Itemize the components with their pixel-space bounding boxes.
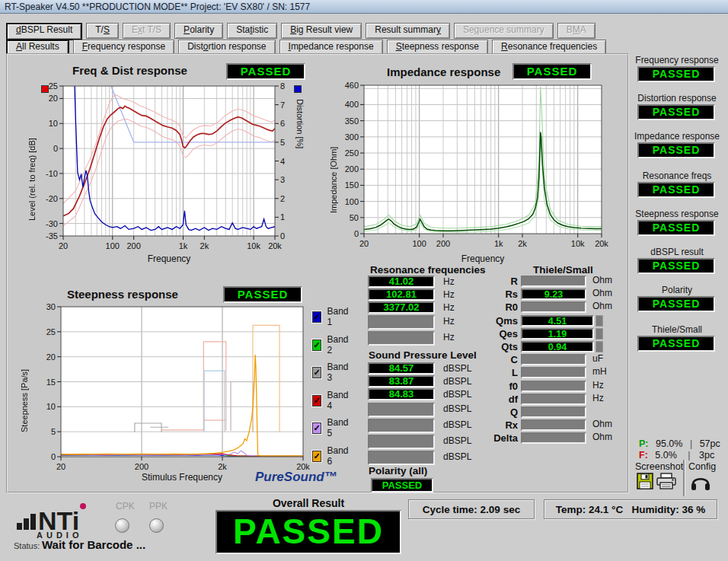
svg-text:25: 25: [46, 327, 56, 336]
ts-label-rs: Rs: [469, 288, 518, 300]
ts-label-q: Q: [469, 406, 518, 418]
distortion-axis-marker-icon: [294, 85, 302, 93]
ts-value-r0: [521, 301, 586, 313]
steepness-chart[interactable]: 302520151050202002k20k: [34, 301, 311, 476]
resonance-unit: Hz: [443, 276, 455, 287]
freq-dist-chart-title: Freq & Dist response: [72, 64, 187, 77]
config-headphones-icon[interactable]: [690, 472, 711, 492]
resonance-section-title: Resonance frequencies: [370, 264, 486, 276]
ppk-button[interactable]: [149, 518, 164, 533]
svg-text:250: 250: [345, 148, 359, 158]
svg-text:300: 300: [345, 132, 359, 142]
steepness-x-axis-label: Stimulus Frequency: [121, 472, 243, 483]
fail-stat-line: F: 5.0% | 3pc: [639, 450, 714, 461]
ts-label-delta: Delta: [469, 432, 518, 444]
tab-statistic[interactable]: Statistic: [227, 23, 277, 39]
tab-bma: BMA: [557, 23, 595, 39]
sidebar-badge-thiele-small: PASSED: [637, 336, 715, 352]
freq-dist-x-axis-label: Frequency: [123, 253, 215, 264]
svg-text:400: 400: [345, 100, 359, 109]
ts-value-rx: [521, 419, 586, 431]
band-checkbox-icon[interactable]: ✓: [312, 311, 321, 323]
svg-text:4: 4: [280, 157, 285, 166]
band-checkbox-icon[interactable]: ✓: [312, 339, 321, 351]
overall-result-badge: PASSED: [216, 510, 401, 554]
ts-unit-f0: Hz: [592, 380, 604, 390]
svg-text:2k: 2k: [218, 462, 227, 471]
tab-t-s[interactable]: T/S: [86, 23, 119, 39]
svg-text:0: 0: [280, 231, 285, 241]
svg-text:10k: 10k: [247, 241, 260, 250]
svg-text:1: 1: [280, 212, 285, 222]
ts-value-rs: 9.23: [521, 288, 586, 300]
svg-text:100: 100: [106, 241, 120, 250]
band-checkbox-icon[interactable]: ✓: [312, 451, 321, 462]
tab-dbspl-result[interactable]: dBSPL Result: [6, 23, 82, 40]
tab-result-summary[interactable]: Result summary: [366, 23, 450, 39]
resonance-value-3: 3377.02: [368, 301, 435, 314]
band-label: Band 1: [327, 306, 350, 327]
svg-text:3: 3: [280, 175, 285, 184]
sidebar-badge-distortion-response: PASSED: [637, 104, 715, 120]
spl-value-5: [368, 419, 435, 433]
tab-big-result-view[interactable]: Big Result view: [281, 23, 362, 39]
nti-logo-dot: [80, 503, 86, 509]
pass-stat-line: P: 95.0% | 57pc: [639, 438, 720, 449]
spl-value-1: 84.57: [368, 362, 435, 375]
nti-logo-bar: [30, 514, 36, 530]
spl-unit: dBSPL: [443, 435, 471, 446]
spl-value-2: 83.87: [368, 375, 435, 387]
svg-text:100: 100: [413, 239, 426, 248]
window-title-bar[interactable]: RT-Speaker V4.50 **PRODUCTION MODE** Pro…: [0, 0, 728, 14]
svg-text:20: 20: [359, 239, 369, 248]
band-checkbox-icon[interactable]: ✓: [312, 422, 321, 434]
svg-text:-30: -30: [46, 219, 58, 228]
svg-text:0: 0: [354, 229, 359, 238]
band-checkbox-icon[interactable]: ✓: [312, 395, 321, 406]
ts-unit-strip: [595, 328, 603, 339]
impedance-chart[interactable]: 460400350300250200150100500201002001k2k1…: [344, 80, 611, 257]
svg-text:20: 20: [56, 462, 65, 471]
ts-value-df: [521, 394, 586, 405]
humidity-label: Humidity:: [631, 504, 679, 515]
tab-ext-t-s: Ext T/S: [123, 23, 171, 39]
resonance-unit: Hz: [443, 332, 455, 343]
band-label: Band 4: [327, 390, 350, 411]
print-screenshot-icon[interactable]: [656, 473, 677, 490]
ts-unit-strip: [595, 341, 603, 352]
save-screenshot-icon[interactable]: [637, 473, 653, 489]
spl-value-3: 84.83: [368, 388, 435, 400]
band-label: Band 3: [327, 362, 350, 383]
svg-text:200: 200: [126, 241, 140, 250]
svg-text:10: 10: [46, 402, 56, 411]
tab-polarity[interactable]: Polarity: [174, 23, 223, 39]
steepness-y-axis-label: Steepness [Pa/s]: [20, 341, 29, 432]
legend-item-band-6: ✓Band 6: [312, 445, 350, 467]
svg-text:150: 150: [345, 180, 359, 190]
sidebar-label-steepness-response: Steepness response: [631, 209, 723, 219]
pass-stat-label: P:: [639, 438, 649, 449]
sidebar-badge-dbspl-result: PASSED: [637, 258, 715, 274]
sidebar-badge-steepness-response: PASSED: [637, 220, 715, 236]
ts-label-f0: f0: [469, 381, 518, 392]
freq-dist-chart[interactable]: 2520100-10-20-30-35876543210201002001k2k…: [46, 80, 291, 257]
tab-sequence-summary: Sequence summary: [454, 23, 554, 39]
cpk-button[interactable]: [115, 518, 129, 533]
impedance-result-badge: PASSED: [512, 63, 592, 80]
band-checkbox-icon[interactable]: ✓: [312, 367, 321, 378]
svg-text:5: 5: [51, 427, 56, 436]
overall-result-label: Overall Result: [228, 497, 388, 509]
ppk-label: PPK: [149, 501, 168, 512]
status-value: Wait for Barcode ...: [42, 538, 145, 551]
spl-unit: dBSPL: [443, 389, 471, 400]
fail-stat-pct: 5.0%: [655, 450, 677, 461]
sidebar-badge-resonance-freqs: PASSED: [637, 182, 715, 198]
sidebar-badge-frequency-response: PASSED: [637, 66, 715, 82]
ts-label-df: df: [469, 394, 518, 405]
svg-text:25: 25: [49, 81, 58, 91]
svg-text:5: 5: [280, 138, 285, 147]
svg-text:-20: -20: [46, 194, 58, 203]
ts-value-delta: [521, 432, 586, 444]
svg-text:350: 350: [345, 116, 359, 126]
ts-label-rx: Rx: [469, 419, 518, 431]
